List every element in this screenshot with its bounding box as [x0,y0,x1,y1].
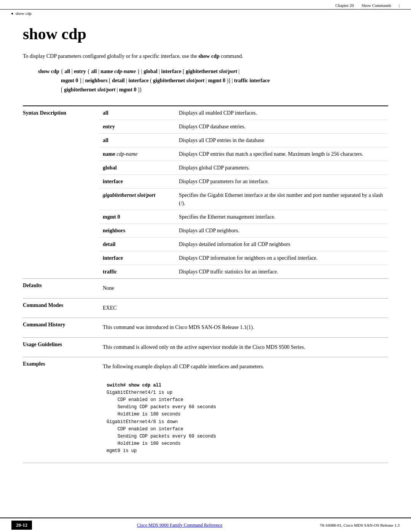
usage-guidelines-value: This command is allowed only on the acti… [99,338,388,357]
syntax-row: interfaceDisplays CDP parameters for an … [99,175,388,189]
command-modes-content: EXEC [99,299,388,318]
command-modes-label: Command Modes [23,299,99,318]
command-syntax-block: show cdp { all | entry { all | name cdp-… [23,67,388,94]
syntax-row: allDisplays all CDP entries in the datab… [99,134,388,147]
syntax-row: detailDisplays detailed information for … [99,238,388,251]
syntax-description: Displays detailed information for all CD… [175,238,388,251]
command-history-value: This command was introduced in Cisco MDS… [99,318,388,337]
syntax-description: Displays all CDP neighbors. [175,224,388,238]
syntax-row: entryDisplays CDP database entries. [99,120,388,134]
usage-guidelines-label: Usage Guidelines [23,338,99,357]
syntax-description-content: allDisplays all enabled CDP interfaces.e… [99,106,388,278]
syntax-description: Displays CDP database entries. [175,120,388,134]
chapter-label: Chapter 20 [335,3,354,8]
intro-paragraph: To display CDP parameters configured glo… [23,52,388,60]
footer-right-text: 78-16088-01, Cisco MDS SAN-OS Release 1.… [320,523,400,527]
examples-content: The following example displays all CDP c… [99,357,388,463]
cmd-all: all [64,69,70,74]
breadcrumb-text: show cdp [16,11,32,16]
usage-guidelines-section: Usage Guidelines This command is allowed… [23,338,388,357]
syntax-term: all [99,106,175,120]
syntax-term: name cdp-name [99,147,175,161]
sections-container: Syntax Description allDisplays all enabl… [23,105,388,463]
syntax-description: Displays CDP entries that match a specif… [175,147,388,161]
syntax-row: neighborsDisplays all CDP neighbors. [99,224,388,238]
examples-section: Examples The following example displays … [23,357,388,463]
syntax-row: gigabitethernet slot/portSpecifies the G… [99,189,388,210]
syntax-description: Specifies the Ethernet management interf… [175,210,388,224]
cmd-brace-open: { [61,69,63,74]
syntax-row: interfaceDisplays CDP information for ne… [99,251,388,265]
syntax-term: interface [99,251,175,265]
syntax-term: neighbors [99,224,175,238]
command-history-content: This command was introduced in Cisco MDS… [99,318,388,337]
syntax-row: mgmt 0Specifies the Ethernet management … [99,210,388,224]
command-history-section: Command History This command was introdu… [23,318,388,337]
examples-label: Examples [23,357,99,463]
examples-intro-text: The following example displays all CDP c… [103,364,264,369]
syntax-description-label: Syntax Description [23,106,99,278]
defaults-label: Defaults [23,279,99,298]
syntax-row: globalDisplays global CDP parameters. [99,161,388,175]
cmd-entry: entry [74,69,86,74]
syntax-description: Specifies the Gigabit Ethernet interface… [175,189,388,210]
syntax-description: Displays all CDP entries in the database [175,134,388,147]
header-chapter-info: Chapter 20 Show Commands | [335,3,400,8]
syntax-table: allDisplays all enabled CDP interfaces.e… [99,106,388,278]
header-pipe: | [399,3,400,8]
syntax-row: name cdp-nameDisplays CDP entries that m… [99,147,388,161]
syntax-description-section: Syntax Description allDisplays all enabl… [23,106,388,279]
page-title: show cdp [23,25,388,43]
syntax-term: global [99,161,175,175]
section-label: Show Commands [362,3,391,8]
syntax-term: detail [99,238,175,251]
syntax-row: trafficDisplays CDP traffic statistics f… [99,265,388,279]
command-history-label: Command History [23,318,99,337]
syntax-term: entry [99,120,175,134]
defaults-content: None [99,279,388,298]
examples-intro: The following example displays all CDP c… [99,357,388,463]
syntax-description: Displays CDP parameters for an interface… [175,175,388,189]
breadcrumb: show cdp [0,10,411,17]
defaults-section: Defaults None [23,279,388,298]
code-prompt: switch# show cdp all [107,383,161,388]
syntax-term: mgmt 0 [99,210,175,224]
syntax-term: all [99,134,175,147]
syntax-description: Displays CDP traffic statistics for an i… [175,265,388,279]
syntax-term: interface [99,175,175,189]
cmd-show-cdp: show cdp [38,69,61,74]
footer-link[interactable]: Cisco MDS 9000 Family Command Reference [40,522,320,528]
command-modes-value: EXEC [99,299,388,318]
syntax-description: Displays CDP information for neighbors o… [175,251,388,265]
footer-page-number: 20-12 [11,521,32,530]
syntax-term: traffic [99,265,175,279]
defaults-value: None [99,279,388,298]
syntax-description: Displays global CDP parameters. [175,161,388,175]
page-footer: 20-12 Cisco MDS 9000 Family Command Refe… [0,518,411,532]
main-content: show cdp To display CDP parameters confi… [0,17,411,486]
usage-guidelines-content: This command is allowed only on the acti… [99,338,388,357]
syntax-row: allDisplays all enabled CDP interfaces. [99,106,388,120]
syntax-description: Displays all enabled CDP interfaces. [175,106,388,120]
page-header: Chapter 20 Show Commands | [0,0,411,10]
syntax-term: gigabitethernet slot/port [99,189,175,210]
command-modes-section: Command Modes EXEC [23,299,388,318]
examples-code: switch# show cdp all GigabitEthernet4/1 … [103,380,384,457]
